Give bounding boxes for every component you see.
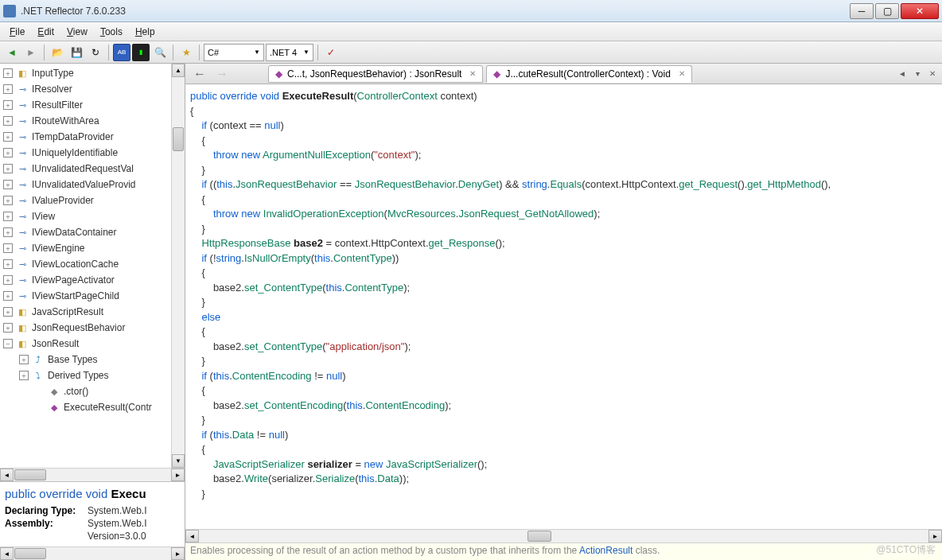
save-button[interactable]: 💾 bbox=[68, 44, 85, 61]
code-editor[interactable]: public override void ExecuteResult(Contr… bbox=[185, 84, 942, 529]
interface-icon: ⊸ bbox=[16, 258, 29, 270]
terminal-button[interactable]: ▮ bbox=[132, 44, 150, 61]
watermark: @51CTO博客 bbox=[876, 543, 936, 557]
framework-dropdown[interactable]: .NET 4▼ bbox=[266, 44, 313, 61]
tree-item[interactable]: +⊸IViewLocationCache bbox=[0, 256, 185, 272]
language-dropdown[interactable]: C#▼ bbox=[204, 44, 264, 61]
vertical-scrollbar[interactable]: ▲ ▼ bbox=[171, 64, 185, 468]
tab-prev-button[interactable]: ◄ bbox=[895, 69, 909, 78]
tree-item[interactable]: ◆ExecuteResult(Contr bbox=[0, 399, 185, 415]
scroll-right-button[interactable]: ► bbox=[171, 547, 185, 560]
expand-icon[interactable]: + bbox=[3, 275, 13, 285]
code-horizontal-scrollbar[interactable]: ◄ ► bbox=[185, 529, 942, 542]
tree-item[interactable]: +⤴Base Types bbox=[0, 352, 185, 368]
minimize-button[interactable]: ─ bbox=[850, 3, 874, 19]
favorite-button[interactable]: ★ bbox=[177, 44, 195, 61]
menu-edit[interactable]: Edit bbox=[31, 25, 60, 39]
tree-item[interactable]: +◧JsonRequestBehavior bbox=[0, 320, 185, 336]
tree-item[interactable]: +⊸IUnvalidatedRequestVal bbox=[0, 161, 185, 177]
scroll-thumb[interactable] bbox=[14, 469, 46, 480]
forward-button[interactable]: ► bbox=[22, 44, 40, 61]
check-button[interactable]: ✓ bbox=[322, 44, 340, 61]
expand-icon[interactable]: + bbox=[3, 196, 13, 205]
scroll-right-button[interactable]: ► bbox=[171, 469, 185, 481]
tree-item[interactable]: +⊸IRouteWithArea bbox=[0, 113, 185, 129]
expand-icon[interactable]: + bbox=[3, 323, 13, 332]
expand-icon[interactable]: + bbox=[3, 116, 13, 126]
tree-item[interactable]: +⊸ITempDataProvider bbox=[0, 129, 185, 145]
horizontal-scrollbar[interactable]: ◄ ► bbox=[0, 468, 185, 481]
menu-file[interactable]: File bbox=[3, 25, 31, 39]
scroll-down-button[interactable]: ▼ bbox=[172, 454, 185, 468]
expand-icon[interactable]: + bbox=[3, 180, 13, 189]
tree-item[interactable]: +◧JavaScriptResult bbox=[0, 304, 185, 320]
scroll-thumb[interactable] bbox=[527, 531, 551, 542]
tree-item[interactable]: +⊸IViewPageActivator bbox=[0, 272, 185, 288]
tree-item[interactable]: +⊸IResultFilter bbox=[0, 97, 185, 113]
expand-icon[interactable]: + bbox=[3, 148, 13, 158]
search-button[interactable]: 🔍 bbox=[151, 44, 169, 61]
expand-icon[interactable]: + bbox=[3, 132, 13, 142]
tree-item[interactable]: +⊸IResolver bbox=[0, 81, 185, 97]
menu-help[interactable]: Help bbox=[129, 25, 162, 39]
scroll-thumb[interactable] bbox=[14, 548, 46, 559]
right-panel: ← → ◆ C...t, JsonRequestBehavior) : Json… bbox=[185, 64, 942, 560]
separator bbox=[317, 45, 318, 60]
tab-close-button[interactable]: ✕ bbox=[679, 69, 685, 78]
tree-item[interactable]: −◧JsonResult bbox=[0, 336, 185, 352]
tree-label: IViewPageActivator bbox=[32, 274, 115, 286]
scroll-left-button[interactable]: ◄ bbox=[0, 469, 14, 481]
titlebar: .NET Reflector 7.6.0.233 ─ ▢ ✕ bbox=[0, 0, 942, 22]
expand-icon[interactable]: + bbox=[3, 243, 13, 253]
expand-icon[interactable]: − bbox=[3, 339, 13, 348]
scroll-up-button[interactable]: ▲ bbox=[172, 64, 185, 77]
maximize-button[interactable]: ▢ bbox=[875, 3, 899, 19]
tree-item[interactable]: +⊸IViewEngine bbox=[0, 240, 185, 256]
tab-executeresult[interactable]: ◆ J...cuteResult(ControllerContext) : Vo… bbox=[486, 65, 691, 83]
open-button[interactable]: 📂 bbox=[49, 44, 66, 61]
tab-menu-button[interactable]: ▾ bbox=[913, 69, 923, 78]
tree-item[interactable]: +⊸IView bbox=[0, 208, 185, 224]
info-scrollbar[interactable]: ◄ ► bbox=[0, 546, 185, 560]
tree-item[interactable]: +◧InputType bbox=[0, 65, 185, 81]
scroll-left-button[interactable]: ◄ bbox=[185, 530, 199, 542]
tree-item[interactable]: +⤵Derived Types bbox=[0, 368, 185, 383]
menu-view[interactable]: View bbox=[60, 25, 94, 39]
tree-item[interactable]: +⊸IValueProvider bbox=[0, 192, 185, 208]
expand-icon[interactable]: + bbox=[3, 84, 13, 94]
menu-tools[interactable]: Tools bbox=[94, 25, 129, 39]
scroll-left-button[interactable]: ◄ bbox=[0, 547, 14, 560]
view-mode-button[interactable]: AB bbox=[113, 44, 130, 61]
refresh-button[interactable]: ↻ bbox=[87, 44, 104, 61]
tree-item[interactable]: +⊸IUnvalidatedValueProvid bbox=[0, 177, 185, 192]
tree-item[interactable]: +⊸IUniquelyIdentifiable bbox=[0, 145, 185, 161]
nav-back-button[interactable]: ← bbox=[189, 65, 211, 83]
tree-view[interactable]: +◧InputType+⊸IResolver+⊸IResultFilter+⊸I… bbox=[0, 64, 185, 468]
class-icon: ◧ bbox=[16, 305, 29, 318]
constructor-icon: ◆ bbox=[48, 385, 60, 398]
expand-icon[interactable]: + bbox=[3, 164, 13, 173]
expand-icon[interactable]: + bbox=[19, 355, 29, 364]
scroll-thumb[interactable] bbox=[173, 127, 184, 151]
expand-icon[interactable]: + bbox=[3, 212, 13, 221]
tree-item[interactable]: +⊸IViewStartPageChild bbox=[0, 288, 185, 304]
tab-close-all-button[interactable]: ✕ bbox=[926, 69, 939, 78]
expand-icon[interactable]: + bbox=[3, 228, 13, 237]
tab-close-button[interactable]: ✕ bbox=[469, 69, 476, 78]
tab-jsonresult[interactable]: ◆ C...t, JsonRequestBehavior) : JsonResu… bbox=[268, 65, 483, 83]
expand-icon[interactable]: + bbox=[3, 100, 13, 110]
nav-forward-button[interactable]: → bbox=[211, 65, 233, 83]
scroll-right-button[interactable]: ► bbox=[928, 530, 942, 542]
tree-label: IResolver bbox=[32, 84, 72, 95]
expand-icon[interactable]: + bbox=[3, 259, 13, 269]
expand-icon[interactable]: + bbox=[3, 68, 13, 78]
close-button[interactable]: ✕ bbox=[901, 3, 939, 19]
expand-icon[interactable]: + bbox=[19, 371, 29, 380]
back-button[interactable]: ◄ bbox=[3, 44, 21, 61]
expand-icon[interactable]: + bbox=[3, 291, 13, 301]
expand-icon[interactable]: + bbox=[3, 307, 13, 317]
tree-item[interactable]: ◆.ctor() bbox=[0, 383, 185, 399]
method-icon: ◆ bbox=[275, 68, 282, 80]
tree-item[interactable]: +⊸IViewDataContainer bbox=[0, 224, 185, 240]
actionresult-link[interactable]: ActionResult bbox=[579, 545, 633, 556]
